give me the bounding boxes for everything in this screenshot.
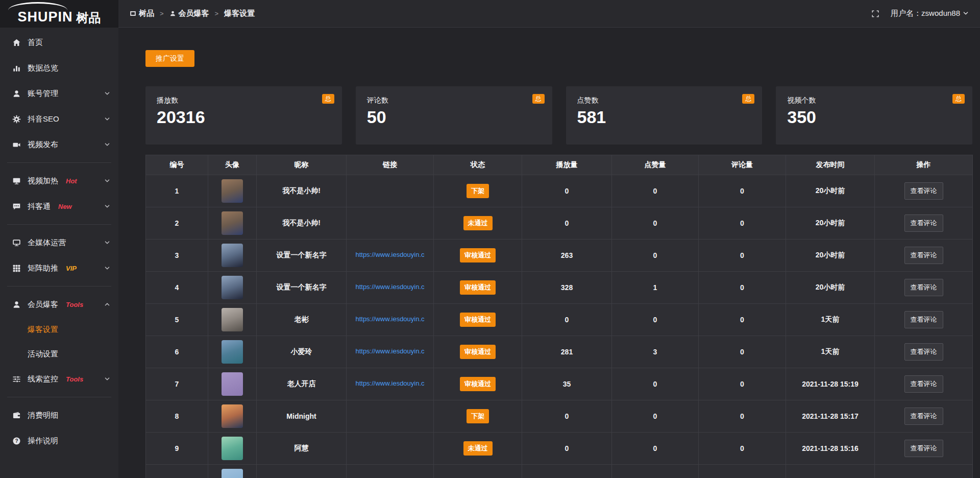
publish-time-cell: 20小时前 bbox=[786, 175, 875, 207]
sidebar-item-matrix-boost[interactable]: 矩阵助推VIP bbox=[0, 255, 118, 281]
video-link[interactable]: https://www.iesdouyin.c bbox=[355, 315, 424, 323]
breadcrumb-item[interactable]: 爆客设置 bbox=[224, 9, 255, 18]
status-badge: 审核通过 bbox=[460, 377, 496, 391]
sidebar-item-label: 全媒体运营 bbox=[28, 238, 66, 248]
sidebar-item-consumption-detail[interactable]: 消费明细 bbox=[0, 402, 118, 428]
avatar-cell bbox=[208, 175, 257, 207]
monitor-icon bbox=[12, 177, 21, 185]
action-cell: 查看评论 bbox=[875, 433, 973, 465]
status-badge: 下架 bbox=[467, 184, 489, 198]
sidebar-item-media-operation[interactable]: 全媒体运营 bbox=[0, 230, 118, 255]
username-label: 用户名：zswodun88 bbox=[891, 9, 960, 18]
video-link[interactable]: https://www.iesdouyin.c bbox=[355, 347, 424, 355]
nickname-cell: 设置一个新名字 bbox=[257, 272, 347, 304]
status-badge: 审核通过 bbox=[460, 280, 496, 295]
video-link[interactable]: https://www.iesdouyin.c bbox=[355, 379, 424, 387]
table-row bbox=[146, 465, 973, 478]
sidebar-divider bbox=[7, 224, 111, 225]
publish-time-cell: 2021-11-28 15:17 bbox=[786, 400, 875, 433]
sidebar-item-badge: New bbox=[58, 203, 72, 210]
table-row: 5老彬https://www.iesdouyin.c审核通过0001天前查看评论 bbox=[146, 304, 973, 336]
publish-time-cell: 1天前 bbox=[786, 336, 875, 368]
status-cell: 未通过 bbox=[434, 207, 522, 240]
stat-card: 播放数20316总 bbox=[145, 86, 342, 145]
col-header: 状态 bbox=[434, 155, 522, 175]
comments-cell bbox=[699, 465, 786, 478]
breadcrumb-item[interactable]: 树品 bbox=[130, 9, 154, 18]
view-comments-button[interactable]: 查看评论 bbox=[904, 375, 943, 393]
plays-cell: 0 bbox=[522, 175, 612, 207]
sidebar-item-label: 消费明细 bbox=[28, 411, 58, 420]
comments-cell: 0 bbox=[699, 175, 786, 207]
question-icon: ? bbox=[12, 437, 21, 445]
link-cell: https://www.iesdouyin.c bbox=[347, 304, 434, 336]
view-comments-button[interactable]: 查看评论 bbox=[904, 311, 943, 328]
comments-cell: 0 bbox=[699, 368, 786, 400]
sidebar-item-label: 账号管理 bbox=[28, 89, 58, 99]
sidebar-subitem-baoke-settings[interactable]: 爆客设置 bbox=[0, 317, 118, 342]
breadcrumb-label: 会员爆客 bbox=[179, 9, 209, 18]
action-cell: 查看评论 bbox=[875, 207, 973, 240]
video-link[interactable]: https://www.iesdouyin.c bbox=[355, 251, 424, 258]
col-header: 编号 bbox=[146, 155, 208, 175]
sidebar-item-douyin-seo[interactable]: 抖音SEO bbox=[0, 106, 118, 132]
sidebar-item-data-overview[interactable]: 数据总览 bbox=[0, 55, 118, 81]
view-comments-button[interactable]: 查看评论 bbox=[904, 214, 943, 232]
view-comments-button[interactable]: 查看评论 bbox=[904, 279, 943, 296]
chevron-down-icon bbox=[104, 178, 110, 184]
plays-cell bbox=[522, 465, 612, 478]
publish-time-cell: 2021-11-28 15:19 bbox=[786, 368, 875, 400]
view-comments-button[interactable]: 查看评论 bbox=[904, 247, 943, 264]
likes-cell: 0 bbox=[612, 368, 699, 400]
sidebar-item-video-heating[interactable]: 视频加热Hot bbox=[0, 168, 118, 194]
sidebar-item-operation-guide[interactable]: ?操作说明 bbox=[0, 428, 118, 453]
view-comments-button[interactable]: 查看评论 bbox=[904, 440, 943, 457]
view-comments-button[interactable]: 查看评论 bbox=[904, 182, 943, 200]
user-menu[interactable]: 用户名：zswodun88 bbox=[891, 9, 969, 18]
nickname-cell: 设置一个新名字 bbox=[257, 240, 347, 272]
link-cell bbox=[347, 400, 434, 433]
stat-card: 评论数50总 bbox=[356, 86, 552, 145]
avatar bbox=[222, 469, 243, 478]
col-header: 评论量 bbox=[699, 155, 786, 175]
sidebar-item-clue-monitor[interactable]: 线索监控Tools bbox=[0, 366, 118, 392]
breadcrumb-item[interactable]: 会员爆客 bbox=[169, 9, 209, 18]
stat-label: 评论数 bbox=[367, 96, 541, 105]
avatar-cell bbox=[208, 272, 257, 304]
sidebar-divider bbox=[7, 286, 111, 286]
stats-cards: 播放数20316总评论数50总点赞数581总视频个数350总 bbox=[145, 86, 972, 145]
video-link[interactable]: https://www.iesdouyin.c bbox=[355, 283, 424, 291]
sidebar-item-video-publish[interactable]: 视频发布 bbox=[0, 132, 118, 157]
status-cell: 审核通过 bbox=[434, 336, 522, 368]
sidebar-item-badge: Hot bbox=[66, 177, 77, 185]
avatar-cell bbox=[208, 240, 257, 272]
sidebar-subitem-activity-settings[interactable]: 活动设置 bbox=[0, 342, 118, 366]
stat-value: 20316 bbox=[157, 107, 331, 127]
app-window-icon bbox=[130, 10, 136, 17]
col-header: 链接 bbox=[347, 155, 434, 175]
avatar-cell bbox=[208, 304, 257, 336]
sidebar-item-home[interactable]: 首页 bbox=[0, 30, 118, 55]
publish-time-cell: 20小时前 bbox=[786, 272, 875, 304]
view-comments-button[interactable]: 查看评论 bbox=[904, 408, 943, 425]
status-badge: 下架 bbox=[467, 409, 489, 423]
action-cell: 查看评论 bbox=[875, 240, 973, 272]
sidebar-nav: 首页数据总览账号管理抖音SEO视频发布视频加热Hot抖客通New全媒体运营矩阵助… bbox=[0, 28, 118, 453]
stat-card: 点赞数581总 bbox=[566, 86, 763, 145]
sidebar-item-member-baoke[interactable]: 会员爆客Tools bbox=[0, 292, 118, 317]
link-cell: https://www.iesdouyin.c bbox=[347, 368, 434, 400]
stat-label: 视频个数 bbox=[787, 96, 961, 105]
stat-total-badge: 总 bbox=[742, 94, 754, 104]
fullscreen-icon[interactable] bbox=[871, 10, 879, 18]
plays-cell: 263 bbox=[522, 240, 612, 272]
wallet-icon bbox=[12, 411, 21, 420]
chevron-down-icon bbox=[104, 203, 110, 209]
logo-arc bbox=[8, 2, 67, 12]
row-index-cell: 9 bbox=[146, 433, 208, 465]
sidebar-item-douketong[interactable]: 抖客通New bbox=[0, 194, 118, 219]
sidebar-item-account-management[interactable]: 账号管理 bbox=[0, 81, 118, 106]
likes-cell: 0 bbox=[612, 207, 699, 240]
view-comments-button[interactable]: 查看评论 bbox=[904, 343, 943, 361]
link-cell: https://www.iesdouyin.c bbox=[347, 272, 434, 304]
promo-settings-button[interactable]: 推广设置 bbox=[145, 50, 194, 67]
